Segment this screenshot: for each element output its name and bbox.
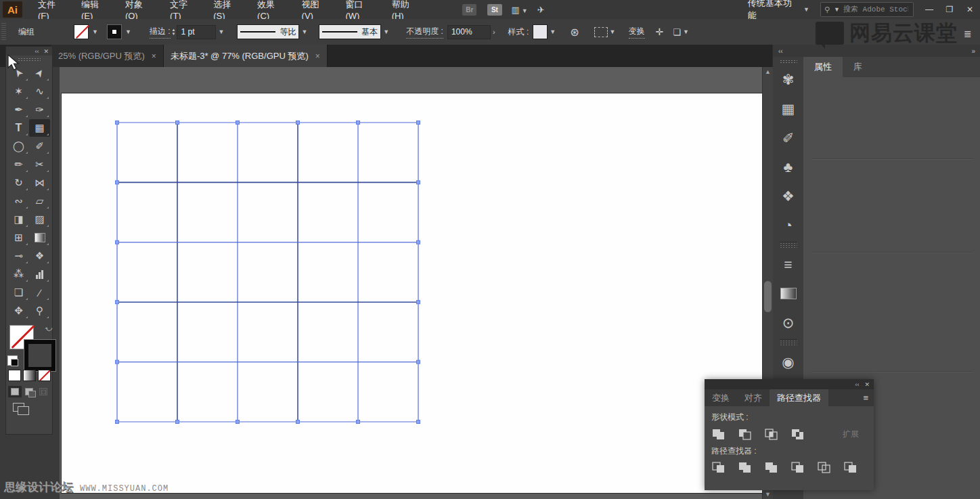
collapse-panel-icon[interactable]: ‹‹ — [35, 48, 39, 55]
tools-panel: ‹‹ ✕ ➤➤✶∿✒✑T▦◯✐✏✂↻⋈∾▱◨▨⊞⊸❖⁂❏∕✥⚲ ⤸ — [5, 46, 53, 435]
shape-modes-row: 扩展 — [711, 427, 867, 441]
puppet-warp-tool[interactable]: ∾ — [8, 192, 29, 210]
scroll-down-icon[interactable]: ▼ — [763, 491, 773, 498]
type-tool[interactable]: T — [8, 119, 29, 137]
column-graph-tool[interactable] — [29, 265, 50, 283]
lasso-tool[interactable]: ∿ — [29, 83, 50, 100]
perspective-grid-tool-glyph: ▨ — [35, 213, 44, 225]
pathfinder-body: 形状模式 : 扩展 路径查找器 : — [705, 406, 874, 490]
intersect-icon[interactable] — [764, 428, 779, 441]
pathfinders-label: 路径查找器 : — [711, 446, 867, 457]
pen-tool[interactable]: ✒ — [8, 101, 29, 118]
selection-tool[interactable]: ➤ — [29, 64, 50, 82]
none-button[interactable] — [38, 370, 51, 381]
unite-icon[interactable] — [711, 428, 726, 441]
close-panel-icon[interactable]: ✕ — [43, 48, 49, 55]
pathfinder-panel-tab-1[interactable]: 对齐 — [737, 389, 770, 406]
mesh-tool-glyph: ⊞ — [14, 232, 23, 244]
mouse-cursor — [7, 54, 22, 72]
symbol-sprayer-tool[interactable]: ⁂ — [8, 265, 29, 283]
netease-watermark-text: 网易云课堂 — [849, 19, 958, 47]
pen-tool-glyph: ✒ — [14, 104, 23, 116]
gradient-tool[interactable] — [29, 229, 50, 246]
shape-modes-label: 形状模式 : — [711, 412, 867, 423]
width-tool[interactable]: ⋈ — [29, 174, 50, 192]
zoom-tool[interactable]: ⚲ — [29, 302, 50, 320]
scissors-tool-glyph: ✂ — [35, 158, 44, 171]
draw-inside-mode[interactable] — [37, 386, 50, 397]
netease-watermark: 网易云课堂 — [816, 19, 958, 47]
curvature-tool-glyph: ✑ — [35, 104, 44, 116]
merge-icon[interactable] — [764, 461, 779, 475]
shape-builder-tool[interactable]: ◨ — [8, 211, 29, 228]
mesh-tool[interactable]: ⊞ — [8, 229, 29, 246]
artboard-tool-glyph: ❏ — [14, 286, 23, 299]
exclude-icon[interactable] — [790, 428, 805, 441]
pathfinder-panel: ‹‹ ✕ 变换对齐路径查找器≡ 形状模式 : 扩展 路径查找器 : — [705, 379, 874, 490]
artboard-tool[interactable]: ❏ — [8, 284, 29, 301]
slice-tool[interactable]: ∕ — [29, 284, 50, 301]
panel-menu-icon[interactable]: ≡ — [863, 393, 874, 403]
magic-wand-tool-glyph: ✶ — [14, 85, 23, 97]
scroll-up-icon[interactable]: ▲ — [763, 68, 773, 75]
paintbrush-tool[interactable]: ✐ — [29, 137, 50, 155]
type-tool-glyph: T — [16, 122, 22, 134]
pathfinder-panel-tab-0[interactable]: 变换 — [705, 389, 737, 406]
swap-fill-stroke-icon[interactable]: ⤸ — [45, 327, 53, 331]
hand-tool-glyph: ✥ — [14, 305, 23, 317]
divide-icon[interactable] — [711, 461, 726, 475]
default-fill-stroke-icon[interactable] — [7, 355, 18, 366]
fill-stroke-proxy: ⤸ — [6, 324, 52, 366]
ellipse-tool[interactable]: ◯ — [8, 137, 29, 155]
gradient-glyph — [35, 233, 45, 242]
minus-front-icon[interactable] — [738, 428, 753, 441]
width-tool-glyph: ⋈ — [35, 177, 45, 189]
shaper-tool[interactable]: ✏ — [8, 156, 29, 173]
tool-grid: ➤➤✶∿✒✑T▦◯✐✏✂↻⋈∾▱◨▨⊞⊸❖⁂❏∕✥⚲ — [6, 63, 52, 321]
rotate-tool-glyph: ↻ — [14, 177, 23, 189]
netease-logo-icon — [816, 22, 844, 45]
eyedropper-tool[interactable]: ⊸ — [8, 247, 29, 265]
scissors-tool[interactable]: ✂ — [29, 156, 50, 173]
illustrator-window: Ai 文件(F)编辑(E)对象(O)文字(T)选择(S)效果(C)视图(V)窗口… — [0, 0, 980, 499]
paintbrush-tool-glyph: ✐ — [35, 140, 44, 152]
collapse-panel-icon[interactable]: ‹‹ — [855, 381, 859, 388]
curvature-tool[interactable]: ✑ — [29, 101, 50, 118]
rectangular-grid-tool[interactable]: ▦ — [29, 119, 50, 137]
rotate-tool[interactable]: ↻ — [8, 174, 29, 192]
draw-normal-mode[interactable] — [8, 386, 22, 397]
selection-tool-glyph: ➤ — [32, 66, 47, 81]
ellipse-tool-glyph: ◯ — [13, 140, 24, 152]
pathfinder-tabs: 变换对齐路径查找器≡ — [705, 389, 874, 406]
pathfinder-panel-tab-2[interactable]: 路径查找器 — [770, 389, 828, 406]
shaper-tool-glyph: ✏ — [14, 158, 23, 171]
missyuan-watermark-url: WWW.MISSYUAN.COM — [80, 484, 169, 494]
minus-back-icon[interactable] — [843, 461, 858, 475]
free-transform-tool[interactable]: ▱ — [29, 192, 50, 210]
color-button[interactable] — [8, 370, 21, 381]
stroke-proxy-swatch[interactable] — [24, 340, 55, 371]
crop-icon[interactable] — [790, 461, 805, 475]
draw-behind-mode[interactable] — [22, 386, 36, 397]
missyuan-watermark: 思缘设计论坛 WWW.MISSYUAN.COM — [4, 479, 169, 495]
outline-icon[interactable] — [817, 461, 832, 475]
scrollbar-thumb[interactable] — [764, 281, 772, 312]
lasso-tool-glyph: ∿ — [35, 85, 44, 97]
expand-button[interactable]: 扩展 — [834, 427, 867, 441]
free-transform-tool-glyph: ▱ — [36, 195, 44, 207]
eyedropper-tool-glyph: ⊸ — [14, 250, 23, 262]
slice-tool-glyph: ∕ — [39, 287, 41, 299]
close-panel-icon[interactable]: ✕ — [864, 381, 870, 388]
perspective-grid-tool[interactable]: ▨ — [29, 211, 50, 228]
drawing-modes — [6, 386, 52, 397]
magic-wand-tool[interactable]: ✶ — [8, 83, 29, 100]
trim-icon[interactable] — [738, 461, 753, 475]
screen-mode-icon[interactable] — [13, 403, 29, 414]
gradient-button[interactable] — [23, 370, 36, 381]
pathfinder-header: ‹‹ ✕ — [705, 379, 874, 389]
hand-tool[interactable]: ✥ — [8, 302, 29, 320]
symbol-sprayer-tool-glyph: ⁂ — [14, 268, 24, 280]
missyuan-watermark-cn: 思缘设计论坛 — [4, 479, 73, 495]
zoom-tool-glyph: ⚲ — [36, 305, 43, 317]
blend-tool[interactable]: ❖ — [29, 247, 50, 265]
